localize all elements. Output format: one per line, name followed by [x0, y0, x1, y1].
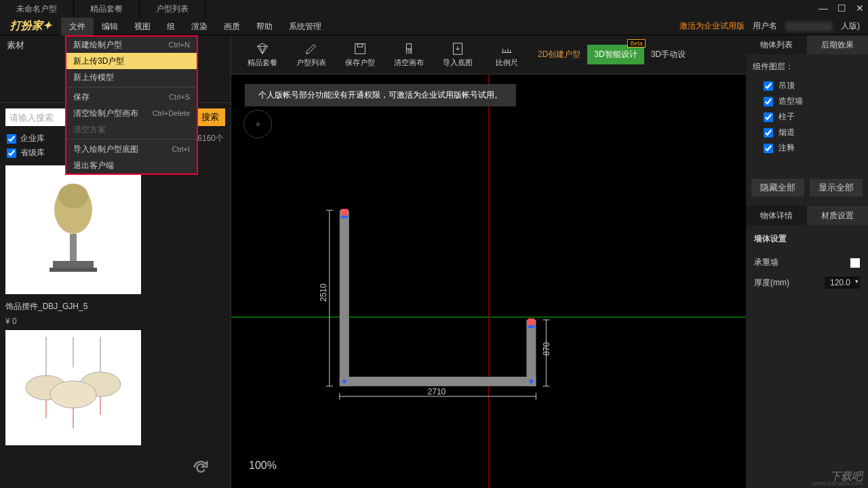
label-province: 省级库	[20, 147, 45, 159]
check-bearing[interactable]	[850, 258, 860, 268]
layers-title: 组件图层：	[753, 61, 861, 73]
user-label: 用户名	[753, 20, 777, 32]
pencil-icon	[304, 41, 319, 56]
lantern-thumb-icon	[12, 337, 134, 439]
label-note: 注释	[778, 142, 795, 154]
window-controls: — ☐ ✕	[818, 3, 864, 14]
menu-exit[interactable]: 退出客户端	[66, 157, 197, 174]
label-enterprise: 企业库	[20, 133, 45, 144]
menu-edit[interactable]: 编辑	[94, 18, 126, 35]
tool-import-base[interactable]: 导入底图	[433, 39, 482, 71]
tool-layout-list[interactable]: 户型列表	[287, 39, 336, 71]
menu-import-base[interactable]: 导入绘制户型底图Ctrl+I	[66, 141, 197, 157]
item-price-1: ¥ 0	[5, 317, 225, 326]
permission-notice: 个人版帐号部分功能没有开通权限，可激活为企业试用版帐号试用。	[245, 84, 516, 106]
user-version: 人版)	[841, 20, 860, 32]
tab-object-list[interactable]: 物体列表	[746, 35, 807, 54]
check-flue[interactable]	[764, 128, 773, 138]
item-card-2[interactable]	[5, 330, 141, 445]
label-ceiling: 吊顶	[778, 80, 795, 92]
tab-combo[interactable]: 精品套餐	[74, 0, 140, 18]
label-pillar: 柱子	[778, 111, 795, 123]
check-shape-wall[interactable]	[764, 97, 773, 106]
right-panel: 物体列表 后期效果 组件图层： 吊顶 造型墙 柱子 烟道 注释 隐藏全部 显示全…	[746, 35, 868, 488]
buddha-thumb-icon	[33, 176, 114, 284]
menu-group[interactable]: 组	[159, 18, 183, 35]
svg-rect-31	[341, 216, 348, 218]
maximize-icon[interactable]: ☐	[837, 3, 846, 14]
svg-rect-16	[355, 44, 366, 54]
svg-point-3	[58, 184, 88, 208]
check-note[interactable]	[764, 144, 773, 153]
check-ceiling[interactable]	[764, 81, 773, 91]
wall-settings-title: 墙体设置	[754, 233, 860, 245]
hide-all-button[interactable]: 隐藏全部	[751, 179, 804, 197]
tool-save-layout[interactable]: 保存户型	[336, 39, 384, 71]
ruler-icon	[499, 41, 514, 56]
menu-render[interactable]: 渲染	[183, 18, 216, 35]
menu-new-layout[interactable]: 新建绘制户型Ctrl+N	[66, 37, 197, 53]
mode-2d[interactable]: 2D创建户型	[531, 45, 587, 64]
check-enterprise[interactable]	[7, 134, 16, 144]
svg-rect-27	[340, 210, 349, 386]
tab-untitled[interactable]: 未命名户型	[0, 0, 74, 18]
check-pillar[interactable]	[764, 113, 773, 122]
tab-object-detail[interactable]: 物体详情	[746, 206, 807, 225]
tool-combo[interactable]: 精品套餐	[238, 39, 287, 71]
svg-rect-33	[528, 325, 534, 328]
brush-icon	[401, 41, 416, 56]
tab-post-effect[interactable]: 后期效果	[807, 35, 868, 54]
tool-scale[interactable]: 比例尺	[482, 39, 531, 71]
tab-layout-list[interactable]: 户型列表	[140, 0, 205, 18]
tab-material-setting[interactable]: 材质设置	[807, 206, 868, 225]
app-logo: 打扮家✦	[0, 19, 61, 33]
menu-system[interactable]: 系统管理	[281, 18, 330, 35]
dim-bottom: 2710	[428, 387, 446, 396]
file-dropdown: 新建绘制户型Ctrl+N 新上传3D户型 新上传模型 保存Ctrl+S 清空绘制…	[65, 35, 198, 175]
zoom-level: 100%	[249, 460, 277, 472]
svg-rect-29	[526, 320, 536, 386]
svg-rect-4	[70, 234, 77, 261]
show-all-button[interactable]: 显示全部	[810, 179, 863, 197]
label-bearing: 承重墙	[754, 257, 778, 268]
thickness-value[interactable]: 120.0	[825, 277, 860, 289]
activate-link[interactable]: 激活为企业试用版	[679, 20, 745, 32]
menu-quality[interactable]: 画质	[216, 18, 248, 35]
item-name-1: 饰品摆件_DBJ_GJH_5	[5, 298, 225, 312]
dim-left: 2510	[319, 283, 328, 302]
menu-file[interactable]: 文件	[61, 18, 94, 35]
username-blurred	[785, 22, 833, 31]
canvas-toolbar: 精品套餐 户型列表 保存户型 清空画布 导入底图 比例尺 2D创建户型 3D智能…	[231, 35, 746, 75]
svg-rect-18	[406, 44, 411, 49]
window-tabs: 未命名户型 精品套餐 户型列表	[0, 0, 868, 18]
svg-point-34	[342, 380, 347, 384]
svg-point-12	[50, 381, 96, 408]
menubar: 打扮家✦ 文件 编辑 视图 组 渲染 画质 帮助 系统管理 激活为企业试用版 用…	[0, 18, 868, 35]
mode-3d-manual[interactable]: 3D手动设	[644, 45, 692, 64]
tool-clear[interactable]: 清空画布	[384, 39, 433, 71]
menu-upload-3d[interactable]: 新上传3D户型	[66, 53, 197, 69]
save-icon	[353, 41, 368, 56]
canvas-area[interactable]: 精品套餐 户型列表 保存户型 清空画布 导入底图 比例尺 2D创建户型 3D智能…	[231, 35, 746, 488]
refresh-icon[interactable]	[191, 458, 210, 477]
close-icon[interactable]: ✕	[856, 3, 864, 14]
svg-rect-30	[341, 209, 348, 216]
search-button[interactable]: 搜索	[195, 108, 225, 126]
svg-point-35	[529, 380, 533, 384]
svg-rect-5	[53, 261, 94, 268]
menu-help[interactable]: 帮助	[248, 18, 281, 35]
menu-save[interactable]: 保存Ctrl+S	[66, 89, 197, 105]
mode-3d-smart[interactable]: 3D智能设计Beta	[587, 45, 644, 64]
menu-upload-model[interactable]: 新上传模型	[66, 69, 197, 85]
svg-rect-32	[528, 319, 534, 325]
svg-rect-28	[340, 377, 536, 386]
watermark-url: www.xiazaiba.com	[812, 480, 863, 487]
minimize-icon[interactable]: —	[818, 3, 828, 14]
menu-clear-canvas[interactable]: 清空绘制户型画布Ctrl+Delete	[66, 105, 197, 121]
dim-right: 870	[542, 342, 551, 356]
svg-rect-17	[357, 44, 362, 47]
menu-view[interactable]: 视图	[126, 18, 159, 35]
item-card-1[interactable]	[5, 165, 141, 294]
floorplan-canvas[interactable]: 2510 2710 870	[231, 75, 746, 488]
check-province[interactable]	[7, 148, 16, 158]
